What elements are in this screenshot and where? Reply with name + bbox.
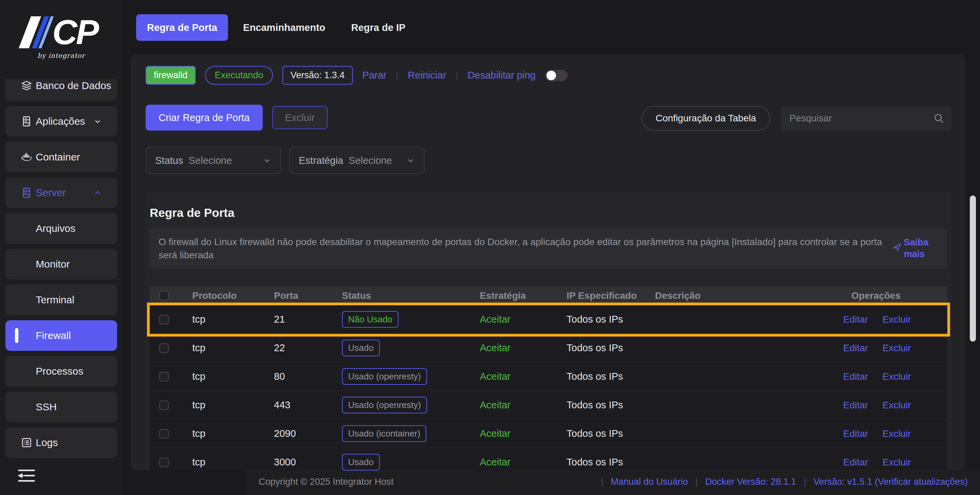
cell-strategy: Aceitar: [480, 428, 566, 439]
column-header-4: Estratégia: [480, 290, 566, 301]
column-header-6: Descrição: [655, 290, 843, 301]
status-badge: Usado (openresty): [342, 397, 427, 413]
checkbox-cell: [150, 315, 192, 324]
docker-icon: [21, 151, 33, 163]
column-header-5: IP Especificado: [566, 290, 655, 301]
cell-operations: EditarExcluir: [843, 343, 947, 354]
row-checkbox[interactable]: [159, 343, 169, 353]
action-button-row: Criar Regra de Porta Excluir: [146, 105, 328, 130]
cell-operations: EditarExcluir: [843, 400, 947, 411]
sidebar-item-container[interactable]: Container: [5, 142, 117, 172]
sidebar-item-ssh[interactable]: SSH: [5, 392, 117, 422]
cell-operations: EditarExcluir: [843, 428, 947, 439]
tab-encaminhamento[interactable]: Encaminhamento: [232, 14, 336, 41]
sidebar-item-label: Container: [36, 151, 80, 163]
cell-operations: EditarExcluir: [843, 314, 947, 325]
row-checkbox[interactable]: [159, 458, 169, 467]
action-link-parar[interactable]: Parar: [363, 70, 387, 81]
chevron-down-icon: [263, 156, 272, 165]
edit-link[interactable]: Editar: [843, 428, 868, 439]
cell-strategy: Aceitar: [480, 457, 566, 468]
row-checkbox[interactable]: [159, 429, 169, 439]
filter-placeholder: Selecione: [189, 155, 232, 166]
service-version-badge: Versão: 1.3.4: [282, 66, 353, 85]
sidebar-item-label: SSH: [36, 401, 57, 413]
learn-more-link[interactable]: Saiba mais: [892, 237, 939, 260]
sidebar-item-server[interactable]: Server: [5, 178, 117, 208]
edit-link[interactable]: Editar: [843, 343, 868, 354]
table-row-port-21: tcp21Não UsadoAceitarTodos os IPsEditarE…: [150, 305, 947, 334]
sidebar-item-aplica-es[interactable]: Aplicações: [5, 106, 117, 136]
cell-ip: Todos os IPs: [566, 400, 655, 411]
filter-select-status[interactable]: StatusSelecione: [146, 147, 281, 174]
cell-strategy: Aceitar: [480, 342, 566, 354]
sidebar-item-firewall[interactable]: Firewall: [5, 320, 117, 351]
delete-link[interactable]: Excluir: [882, 314, 911, 325]
tab-regra-de-ip[interactable]: Regra de IP: [340, 14, 417, 41]
row-checkbox[interactable]: [159, 372, 169, 381]
cell-operations: EditarExcluir: [843, 457, 947, 468]
edit-link[interactable]: Editar: [843, 457, 868, 468]
sidebar-item-banco-de-dados[interactable]: Banco de Dados: [5, 79, 117, 101]
delete-link[interactable]: Excluir: [882, 457, 911, 468]
action-link-reiniciar[interactable]: Reiniciar: [408, 70, 446, 81]
delete-link[interactable]: Excluir: [882, 400, 911, 411]
filter-label: Status: [155, 155, 183, 166]
cell-strategy: Aceitar: [480, 371, 566, 382]
cell-port: 21: [274, 314, 342, 325]
service-state-badge: Executando: [205, 66, 273, 85]
cell-status: Usado (openresty): [342, 397, 480, 413]
cell-strategy: Aceitar: [480, 400, 566, 411]
sidebar-item-terminal[interactable]: Terminal: [5, 284, 117, 315]
logo-tagline: by integrator: [37, 52, 85, 59]
ping-toggle[interactable]: [545, 70, 568, 81]
cell-protocol: tcp: [192, 428, 274, 439]
sidebar-collapse-button[interactable]: [18, 469, 35, 484]
logs-icon: [21, 436, 33, 449]
column-header-7: Operações: [843, 290, 947, 301]
status-badge: Usado: [342, 340, 380, 356]
chevron-up-icon: [93, 188, 102, 197]
learn-more-text: Saiba mais: [904, 237, 933, 260]
copyright-text: Copyright © 2025 Integrator Host: [259, 477, 394, 487]
separator: |: [396, 70, 398, 81]
delete-link[interactable]: Excluir: [882, 343, 911, 354]
delete-link[interactable]: Excluir: [882, 428, 911, 439]
select-all-checkbox[interactable]: [159, 291, 169, 300]
main-scrollbar[interactable]: [970, 195, 976, 342]
column-header-1: Protocolo: [192, 290, 274, 301]
filter-select-estrat-gia[interactable]: EstratégiaSelecione: [289, 147, 425, 174]
sidebar-item-processos[interactable]: Processos: [5, 356, 117, 387]
action-link-desabilitar-ping[interactable]: Desabilitar ping: [468, 70, 536, 81]
cell-protocol: tcp: [192, 457, 274, 468]
server-icon: [21, 187, 33, 199]
row-checkbox[interactable]: [159, 315, 169, 324]
checkbox-cell: [150, 458, 192, 467]
edit-link[interactable]: Editar: [843, 400, 868, 411]
table-config-button[interactable]: Configuração da Tabela: [641, 106, 770, 130]
footer-link-docker-vers-o-28-1-1[interactable]: Docker Versão: 28.1.1: [705, 477, 796, 487]
edit-link[interactable]: Editar: [843, 371, 868, 382]
firewall-status-bar: firewalldExecutandoVersão: 1.3.4Parar|Re…: [146, 66, 568, 85]
tab-regra-de-porta[interactable]: Regra de Porta: [136, 14, 228, 41]
app-logo: CP by integrator: [0, 0, 123, 72]
toggle-knob: [546, 71, 556, 80]
row-checkbox[interactable]: [159, 400, 169, 410]
cell-port: 3000: [274, 457, 342, 468]
cell-strategy: Aceitar: [480, 314, 566, 325]
checkbox-cell: [150, 372, 192, 381]
sidebar-item-arquivos[interactable]: Arquivos: [5, 213, 117, 244]
checkbox-cell: [150, 400, 192, 410]
footer-link-manual-do-usu-rio[interactable]: Manual do Usuário: [611, 477, 688, 487]
table-row-port-80: tcp80Usado (openresty)AceitarTodos os IP…: [150, 362, 947, 391]
footer-link-vers-o-v1-5-1-verificar-atua[interactable]: Versão: v1.5.1 (Verificar atualizações): [814, 477, 968, 487]
delete-link[interactable]: Excluir: [882, 371, 911, 382]
table-row-port-3000: tcp3000UsadoAceitarTodos os IPsEditarExc…: [150, 448, 947, 471]
sidebar-item-label: Aplicações: [36, 116, 85, 127]
sidebar-item-logs[interactable]: Logs: [5, 427, 117, 458]
edit-link[interactable]: Editar: [843, 314, 868, 325]
sidebar-item-monitor[interactable]: Monitor: [5, 249, 117, 279]
create-port-rule-button[interactable]: Criar Regra de Porta: [146, 105, 263, 130]
search-input[interactable]: [781, 106, 951, 130]
delete-button[interactable]: Excluir: [272, 106, 328, 129]
